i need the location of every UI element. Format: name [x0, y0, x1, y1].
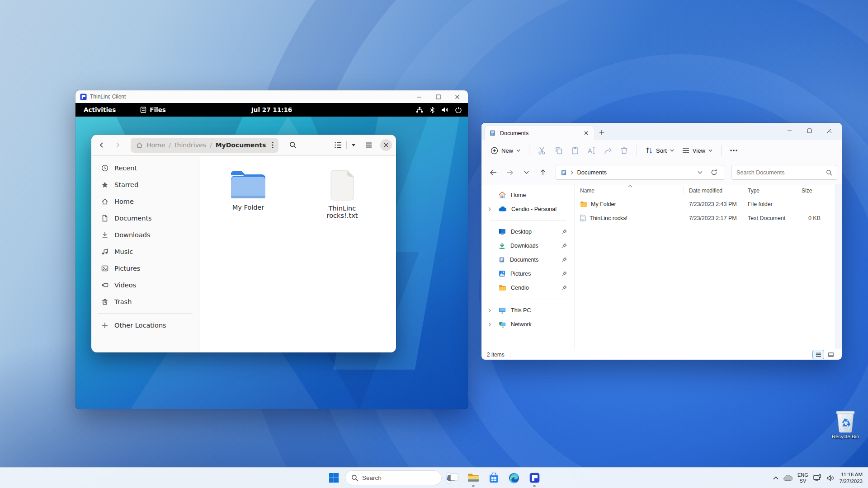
sidebar-item-onedrive[interactable]: Cendio - Personal [481, 202, 574, 216]
sidebar-label: Documents [114, 215, 152, 222]
rename-button[interactable] [584, 143, 599, 158]
language-secondary: SV [797, 478, 808, 484]
volume-tray-icon[interactable] [827, 475, 835, 481]
files-close-button[interactable] [380, 139, 392, 151]
files-sidebar: Recent Starred Home Documents [91, 156, 199, 352]
search-input[interactable] [736, 169, 822, 176]
sidebar-item-downloads[interactable]: Downloads [97, 226, 193, 243]
sidebar-item-desktop[interactable]: Desktop [481, 225, 574, 239]
copy-button[interactable] [551, 143, 566, 158]
explorer-tab-documents[interactable]: Documents [484, 126, 595, 140]
sidebar-item-starred[interactable]: Starred [97, 176, 193, 193]
task-view-button[interactable] [444, 469, 462, 487]
sidebar-item-pictures[interactable]: Pictures [97, 260, 193, 277]
sidebar-label: Home [114, 198, 134, 205]
sidebar-item-other-locations[interactable]: Other Locations [97, 317, 193, 333]
clock[interactable]: 11:16 AM 7/27/2023 [840, 471, 863, 485]
sort-button[interactable]: Sort [642, 143, 678, 158]
nav-up-button[interactable] [536, 165, 551, 180]
taskbar-search[interactable]: b [345, 470, 442, 485]
onedrive-tray-icon[interactable] [783, 475, 793, 481]
maximize-icon[interactable] [435, 94, 441, 99]
network-tray-icon[interactable] [813, 474, 822, 482]
sidebar-item-home[interactable]: Home [481, 188, 574, 202]
sidebar-item-cendio[interactable]: Cendio [481, 281, 574, 295]
gnome-files-window: Home / thindrives / MyDocuments [91, 135, 396, 352]
sidebar-item-home[interactable]: Home [97, 193, 193, 210]
column-header-size[interactable]: Size [796, 186, 824, 195]
file-tile-text[interactable]: ThinLinc rocks!.txt [313, 169, 371, 219]
search-box[interactable] [731, 165, 837, 180]
gnome-system-tray[interactable] [416, 107, 462, 113]
new-tab-button[interactable] [595, 126, 609, 139]
expand-chevron-icon[interactable] [488, 308, 491, 313]
thinlinc-window: ThinLinc Client Activities Files Jul 27 … [75, 90, 468, 409]
more-options-button[interactable] [726, 143, 741, 158]
taskbar-search-input[interactable] [362, 474, 442, 481]
table-row[interactable]: My Folder 7/23/2023 2:43 PM File folder [575, 197, 842, 211]
start-button[interactable] [325, 469, 343, 487]
sidebar-item-documents[interactable]: Documents [481, 253, 574, 267]
file-explorer-taskbar-icon[interactable] [464, 469, 482, 487]
back-button[interactable] [95, 139, 108, 151]
sidebar-item-trash[interactable]: Trash [97, 293, 193, 310]
view-toggle-split-button[interactable] [332, 138, 359, 152]
gnome-clock[interactable]: Jul 27 11:16 [251, 106, 292, 113]
large-icons-view-toggle[interactable] [826, 350, 836, 359]
tab-close-icon[interactable] [582, 129, 590, 137]
recycle-bin[interactable]: Recycle Bin [828, 409, 863, 439]
file-tile-label: My Folder [232, 204, 264, 211]
details-view-toggle[interactable] [813, 350, 824, 359]
minimize-icon[interactable] [779, 123, 799, 138]
files-app-indicator[interactable]: Files [140, 106, 166, 113]
kebab-menu-icon[interactable] [269, 141, 276, 149]
thinlinc-titlebar[interactable]: ThinLinc Client [75, 90, 468, 103]
minimize-icon[interactable] [416, 94, 422, 99]
sidebar-item-downloads[interactable]: Downloads [481, 239, 574, 253]
sidebar-item-recent[interactable]: Recent [97, 160, 193, 176]
table-row[interactable]: ThinLinc rocks! 7/23/2023 2:17 PM Text D… [575, 211, 842, 225]
sidebar-item-this-pc[interactable]: This PC [481, 303, 574, 317]
sidebar-item-documents[interactable]: Documents [97, 210, 193, 226]
close-icon[interactable] [454, 94, 460, 99]
breadcrumb-home[interactable]: Home [146, 141, 165, 149]
column-header-date[interactable]: Date modified [684, 186, 742, 195]
edge-taskbar-icon[interactable] [505, 469, 523, 487]
address-box[interactable]: Documents [556, 165, 724, 180]
refresh-icon[interactable] [710, 169, 721, 176]
share-button[interactable] [600, 143, 616, 158]
column-header-type[interactable]: Type [742, 186, 796, 195]
sidebar-item-music[interactable]: Music [97, 243, 193, 260]
nav-forward-button[interactable] [503, 165, 518, 180]
language-indicator[interactable]: ENG SV [797, 472, 808, 483]
close-icon[interactable] [819, 123, 839, 138]
breadcrumb[interactable]: Home / thindrives / MyDocuments [131, 138, 278, 153]
breadcrumb-thindrives[interactable]: thindrives [175, 141, 206, 149]
address-dropdown-icon[interactable] [694, 171, 706, 174]
activities-button[interactable]: Activities [75, 106, 124, 113]
breadcrumb-current[interactable]: MyDocuments [216, 141, 266, 149]
cut-button[interactable] [534, 143, 550, 158]
expand-chevron-icon[interactable] [488, 322, 491, 327]
nav-recent-chevron-button[interactable] [519, 165, 534, 180]
delete-button[interactable] [617, 143, 632, 158]
hamburger-menu-button[interactable] [362, 138, 375, 152]
sidebar-item-pictures[interactable]: Pictures [481, 267, 574, 281]
expand-chevron-icon[interactable] [488, 207, 491, 211]
thinlinc-taskbar-icon[interactable] [525, 469, 543, 487]
hidden-icons-chevron[interactable] [773, 476, 778, 480]
view-button[interactable]: View [679, 143, 716, 158]
search-button[interactable] [286, 138, 300, 152]
new-button[interactable]: New [487, 143, 524, 158]
microsoft-store-taskbar-icon[interactable] [485, 469, 503, 487]
scrollbar[interactable] [835, 184, 842, 349]
paste-button[interactable] [567, 143, 583, 158]
forward-button[interactable] [111, 139, 124, 151]
sidebar-item-network[interactable]: Network [481, 317, 574, 331]
maximize-icon[interactable] [799, 123, 819, 138]
column-header-name[interactable]: Name [575, 186, 684, 195]
file-tile-folder[interactable]: My Folder [219, 169, 277, 211]
sidebar-item-videos[interactable]: Videos [97, 277, 193, 293]
folder-icon [229, 169, 267, 200]
nav-back-button[interactable] [486, 165, 501, 180]
